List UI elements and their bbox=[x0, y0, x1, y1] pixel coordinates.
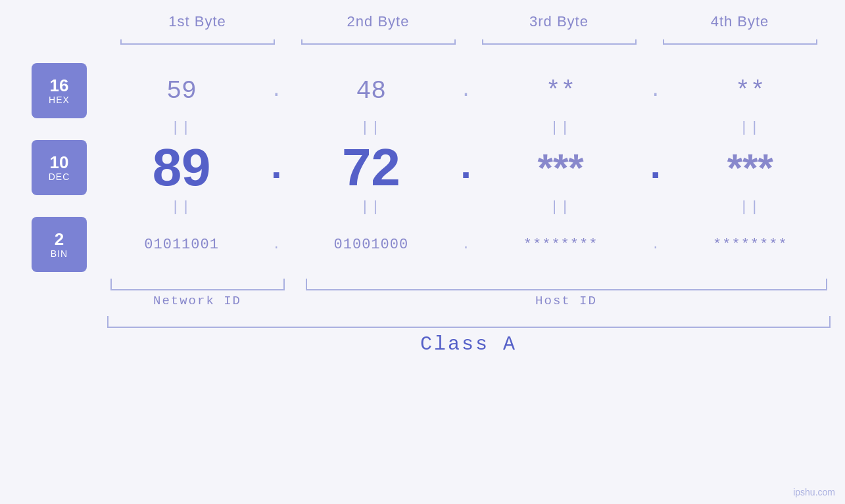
byte4-header: 4th Byte bbox=[650, 13, 831, 30]
dec-dot3: . bbox=[642, 145, 669, 190]
hex-dot2: . bbox=[453, 80, 479, 102]
eq1: || bbox=[100, 120, 263, 136]
dec-base-num: 10 bbox=[50, 153, 69, 172]
hex-values: 59 . 48 . ** . ** bbox=[87, 77, 845, 105]
bin-base-num: 2 bbox=[55, 230, 64, 249]
hex-base-label: HEX bbox=[49, 95, 70, 105]
hex-base-num: 16 bbox=[50, 76, 69, 95]
hex-dot3: . bbox=[642, 80, 669, 102]
bracket-3 bbox=[469, 37, 650, 50]
bin-base-label: BIN bbox=[51, 248, 68, 259]
eq2: || bbox=[289, 120, 452, 136]
bracket-2 bbox=[288, 37, 469, 50]
network-id-label: Network ID bbox=[107, 294, 288, 308]
bin-dot1: . bbox=[263, 237, 289, 252]
top-brackets bbox=[107, 37, 831, 50]
eq7: || bbox=[479, 199, 642, 216]
bin-values: 01011001 . 01001000 . ******** . *******… bbox=[87, 237, 845, 253]
dec-values: 89 . 72 . *** . *** bbox=[87, 137, 845, 198]
byte1-header: 1st Byte bbox=[107, 13, 288, 30]
dec-dot1: . bbox=[263, 145, 289, 190]
dec-dot2: . bbox=[453, 145, 479, 190]
hex-b4: ** bbox=[669, 77, 832, 105]
equals-section-1: || || || || bbox=[87, 120, 845, 136]
bin-row: 2 BIN 01011001 . 01001000 . ******** . bbox=[0, 217, 845, 272]
host-bracket-wrap: Host ID bbox=[302, 279, 831, 308]
byte2-header: 2nd Byte bbox=[288, 13, 469, 30]
byte3-header: 3rd Byte bbox=[469, 13, 650, 30]
eq8: || bbox=[669, 199, 832, 216]
equals-section-2: || || || || bbox=[87, 199, 845, 216]
eq5: || bbox=[100, 199, 263, 216]
dec-b2: 72 bbox=[289, 137, 452, 198]
network-bracket-line bbox=[110, 279, 285, 290]
dec-row: 10 DEC 89 . 72 . *** . *** bbox=[0, 137, 845, 198]
class-bracket-line bbox=[107, 316, 831, 328]
equals-row-2: || || || || bbox=[0, 199, 845, 216]
hex-badge: 16 HEX bbox=[32, 63, 87, 118]
dec-b4: *** bbox=[669, 145, 832, 191]
host-id-label: Host ID bbox=[302, 294, 831, 308]
main-container: 1st Byte 2nd Byte 3rd Byte 4th Byte 16 H… bbox=[0, 0, 845, 504]
dec-b1: 89 bbox=[100, 137, 263, 198]
watermark: ipshu.com bbox=[793, 487, 835, 497]
bracket-1 bbox=[107, 37, 288, 50]
bin-b3: ******** bbox=[479, 237, 642, 253]
eq4: || bbox=[669, 120, 832, 136]
bottom-bracket-container: Network ID Host ID bbox=[107, 279, 831, 308]
equals-row-1: || || || || bbox=[0, 120, 845, 136]
dec-b3: *** bbox=[479, 145, 642, 191]
bin-b1: 01011001 bbox=[100, 237, 263, 253]
hex-row: 16 HEX 59 . 48 . ** . ** bbox=[0, 63, 845, 118]
bin-badge: 2 BIN bbox=[32, 217, 87, 272]
bin-dot2: . bbox=[453, 237, 479, 252]
bracket-4 bbox=[650, 37, 831, 50]
byte-headers: 1st Byte 2nd Byte 3rd Byte 4th Byte bbox=[107, 13, 831, 30]
hex-dot1: . bbox=[263, 80, 289, 102]
bin-b4: ******** bbox=[669, 237, 832, 253]
bin-dot3: . bbox=[642, 237, 669, 252]
class-section: Class A bbox=[107, 316, 831, 355]
dec-badge: 10 DEC bbox=[32, 140, 87, 195]
eq3: || bbox=[479, 120, 642, 136]
dec-base-label: DEC bbox=[49, 172, 70, 182]
host-bracket-line bbox=[306, 279, 827, 290]
network-bracket-wrap: Network ID bbox=[107, 279, 288, 308]
hex-b2: 48 bbox=[289, 77, 452, 105]
bin-b2: 01001000 bbox=[289, 237, 452, 253]
hex-b1: 59 bbox=[100, 77, 263, 105]
hex-b3: ** bbox=[479, 77, 642, 105]
class-label: Class A bbox=[107, 333, 831, 355]
eq6: || bbox=[289, 199, 452, 216]
